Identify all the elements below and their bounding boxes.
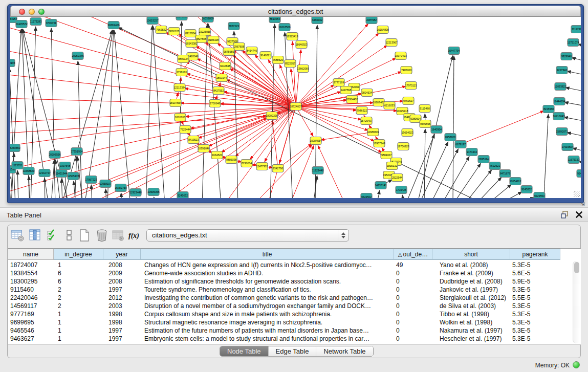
graph-edge xyxy=(543,114,548,198)
column-header-in_degree[interactable]: in_degree xyxy=(54,249,103,260)
graph-node-label: 17975115 xyxy=(405,84,417,87)
table-row[interactable]: 911546021997Tourette syndrome. Phenomeno… xyxy=(8,286,560,294)
cell-out_de: 0 xyxy=(394,286,432,294)
cell-in_degree: 1 xyxy=(54,261,103,269)
close-panel-button[interactable] xyxy=(575,211,583,218)
graph-edge xyxy=(573,148,581,154)
graph-edge xyxy=(91,185,92,198)
table-row[interactable]: 1938455462009Genome-wide association stu… xyxy=(8,269,560,277)
table-row[interactable]: 969969511998Structural magnetic resonanc… xyxy=(8,318,560,326)
graph-node-label: 9146821 xyxy=(260,54,271,57)
graph-node-label: 9342798 xyxy=(273,167,283,170)
graph-node-label: 16210643 xyxy=(553,115,564,118)
column-header-title[interactable]: title xyxy=(141,249,394,260)
graph-node-label: 8912954 xyxy=(185,32,195,35)
window-resize-grip[interactable] xyxy=(574,191,580,197)
table-selector-dropdown[interactable]: citations_edges.txt xyxy=(146,229,349,242)
cell-in_degree: 1 xyxy=(54,310,103,318)
cell-year: 1998 xyxy=(103,318,141,326)
column-header-pagerank[interactable]: pagerank xyxy=(510,249,560,260)
tab-network-table[interactable]: Network Table xyxy=(316,346,373,356)
table-row[interactable]: 946362711997Embryonic stem cells: a mode… xyxy=(8,335,560,343)
cell-pagerank: 5.3E-5 xyxy=(510,318,560,326)
network-window-titlebar[interactable]: citations_edges.txt xyxy=(10,6,581,17)
cell-name: 19384554 xyxy=(8,269,54,277)
graph-node-label: 11923448 xyxy=(312,169,324,172)
cell-out_de: 49 xyxy=(394,261,432,269)
cell-pagerank: 5.6E-5 xyxy=(510,269,560,277)
table-row[interactable]: 1872400712008Changes of HCN gene express… xyxy=(8,261,560,269)
cell-short: Yano et al. (2008) xyxy=(432,261,510,269)
column-header-label: title xyxy=(263,251,272,258)
table-row[interactable]: 1456911722003Disruption of a novel membe… xyxy=(8,302,560,310)
graph-node-label: 1700648 xyxy=(210,102,220,105)
graph-node-label: 10025418 xyxy=(396,110,408,113)
application-window: citations_edges.txt 18724007105532572340… xyxy=(0,0,588,372)
graph-edge xyxy=(154,197,155,198)
float-panel-button[interactable] xyxy=(560,210,569,219)
graph-edge xyxy=(17,170,18,198)
cell-out_de: 0 xyxy=(394,326,432,335)
column-header-year[interactable]: year xyxy=(103,249,141,260)
graph-edge xyxy=(114,30,130,198)
graph-edge xyxy=(564,117,581,123)
cell-pagerank: 5.3E-5 xyxy=(510,310,560,318)
graph-edge xyxy=(202,24,208,198)
cell-short: Franke et al. (2009) xyxy=(432,269,510,277)
graph-node-label: 7625444 xyxy=(180,128,190,131)
graph-node-label: 1112290 xyxy=(572,28,581,31)
cell-title: Investigating the contribution of common… xyxy=(141,294,394,302)
graph-node-label: 8186328 xyxy=(208,38,219,41)
cell-out_de: 0 xyxy=(394,310,432,318)
cell-year: 1997 xyxy=(103,286,141,294)
column-chooser-button[interactable] xyxy=(28,228,42,243)
graph-node-label: 10553257 xyxy=(10,17,17,20)
graph-node-label: 19384554 xyxy=(310,139,321,142)
cell-name: 9463627 xyxy=(8,335,54,343)
graph-node-label: 15276021 xyxy=(176,17,187,18)
row-height-button[interactable] xyxy=(62,228,76,243)
table-row[interactable]: 2242004622012Investigating the contribut… xyxy=(8,294,560,302)
row-selection-button[interactable] xyxy=(46,228,60,243)
column-header-out_de[interactable]: △out_de… xyxy=(394,249,432,260)
graph-node-label: 9245852 xyxy=(521,188,532,191)
citation-network-graph[interactable]: 1872400710553257234055721127328397367313… xyxy=(10,17,581,198)
column-header-name[interactable]: name xyxy=(8,249,54,260)
graph-node-label: 8454749 xyxy=(247,49,257,52)
graph-node-label: 7588520 xyxy=(273,58,283,61)
graph-node-label: 12477932 xyxy=(256,165,268,168)
graph-node-label: 7485063 xyxy=(401,69,411,72)
graph-edge xyxy=(11,153,14,198)
table-row[interactable]: 946554611997Estimation of the future num… xyxy=(8,326,560,335)
tab-edge-table[interactable]: Edge Table xyxy=(268,346,316,356)
cell-in_degree: 2 xyxy=(54,302,103,310)
cell-short: Wolkin et al. (1998) xyxy=(432,318,510,326)
cell-pagerank: 5.3E-5 xyxy=(510,302,560,310)
graph-node-label: 10653257 xyxy=(146,19,158,22)
graph-node-label: 10807487 xyxy=(373,101,384,104)
delete-column-button-disabled[interactable] xyxy=(111,228,125,243)
vertical-scrollbar[interactable] xyxy=(573,261,580,343)
graph-node-label: 10973493 xyxy=(395,54,406,57)
graph-node-label: 9115460 xyxy=(420,107,430,110)
new-table-button[interactable] xyxy=(77,228,92,243)
scrollbar-thumb[interactable] xyxy=(574,262,579,273)
delete-table-button[interactable] xyxy=(95,228,109,243)
graph-node-label: 19756928 xyxy=(397,145,409,148)
network-canvas[interactable]: 1872400710553257234055721127328397367313… xyxy=(10,17,581,198)
graph-edge xyxy=(567,71,581,77)
graph-edge xyxy=(179,21,182,198)
table-row[interactable]: 1830029562008Estimation of significance … xyxy=(8,277,560,286)
table-header-row: namein_degreeyeartitle△out_de…shortpager… xyxy=(8,249,560,260)
cell-pagerank: 5.3E-5 xyxy=(510,326,560,335)
graph-edge xyxy=(285,32,293,198)
panel-divider[interactable]: ⇲ xyxy=(0,203,588,207)
graph-node-label: 8958923 xyxy=(445,136,455,139)
column-header-short[interactable]: short xyxy=(432,249,510,260)
table-row[interactable]: 977716911998Corpus callosum shape and si… xyxy=(8,310,560,318)
column-header-label: in_degree xyxy=(64,251,92,258)
table-settings-button[interactable] xyxy=(11,228,25,243)
tab-node-table[interactable]: Node Table xyxy=(220,346,268,356)
function-builder-button[interactable]: f(x) xyxy=(126,228,141,243)
graph-node-label: 17351924 xyxy=(71,150,82,153)
